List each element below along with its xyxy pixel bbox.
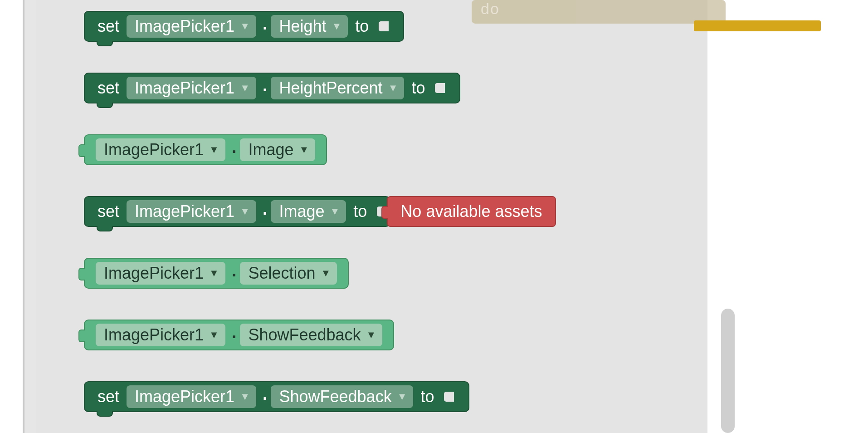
- blocks-workspace[interactable]: do set ImagePicker1 ▼ . Height ▼ to set …: [36, 0, 707, 433]
- get-selection-block[interactable]: ImagePicker1 ▼ . Selection ▼: [84, 258, 349, 289]
- chevron-down-icon: ▼: [388, 83, 398, 93]
- property-dropdown-label: ShowFeedback: [279, 387, 391, 406]
- set-keyword: set: [98, 17, 119, 36]
- set-image-block[interactable]: set ImagePicker1 ▼ . Image ▼ to: [84, 196, 390, 227]
- to-keyword: to: [420, 387, 434, 406]
- no-assets-label: No available assets: [400, 202, 542, 221]
- property-dropdown-label: HeightPercent: [279, 78, 382, 98]
- component-dropdown-label: ImagePicker1: [104, 140, 204, 159]
- dot-separator: .: [232, 261, 237, 280]
- set-keyword: set: [98, 202, 119, 221]
- chevron-down-icon: ▼: [240, 83, 250, 93]
- component-dropdown-label: ImagePicker1: [135, 387, 234, 406]
- property-dropdown-label: Image: [279, 202, 324, 221]
- component-dropdown-label: ImagePicker1: [104, 263, 204, 283]
- chevron-down-icon: ▼: [397, 392, 407, 402]
- set-heightpercent-block[interactable]: set ImagePicker1 ▼ . HeightPercent ▼ to: [84, 73, 460, 103]
- component-dropdown[interactable]: ImagePicker1 ▼: [96, 262, 225, 285]
- left-gutter: [0, 0, 23, 433]
- property-dropdown-label: Height: [279, 16, 326, 36]
- workspace-left-edge: [23, 0, 36, 433]
- component-dropdown[interactable]: ImagePicker1 ▼: [127, 15, 256, 38]
- value-socket[interactable]: [378, 204, 381, 219]
- property-dropdown-label: Image: [248, 140, 293, 159]
- gold-highlight-bar: [694, 20, 821, 31]
- chevron-down-icon: ▼: [299, 145, 309, 155]
- chevron-down-icon: ▼: [209, 330, 219, 340]
- component-dropdown-label: ImagePicker1: [135, 78, 234, 98]
- chevron-down-icon: ▼: [321, 268, 331, 278]
- chevron-down-icon: ▼: [366, 330, 376, 340]
- dot-separator: .: [263, 384, 268, 404]
- chevron-down-icon: ▼: [330, 207, 340, 216]
- get-image-block[interactable]: ImagePicker1 ▼ . Image ▼: [84, 134, 327, 165]
- dot-separator: .: [232, 138, 237, 157]
- property-dropdown-heightpercent[interactable]: HeightPercent ▼: [271, 77, 404, 99]
- vertical-scrollbar-thumb[interactable]: [721, 309, 735, 433]
- property-dropdown-label: Selection: [248, 263, 315, 283]
- component-dropdown[interactable]: ImagePicker1 ▼: [127, 200, 256, 223]
- component-dropdown[interactable]: ImagePicker1 ▼: [127, 77, 256, 99]
- property-dropdown-selection[interactable]: Selection ▼: [240, 262, 337, 285]
- set-showfeedback-block[interactable]: set ImagePicker1 ▼ . ShowFeedback ▼ to: [84, 381, 469, 412]
- chevron-down-icon: ▼: [240, 21, 250, 31]
- component-dropdown-label: ImagePicker1: [135, 202, 234, 221]
- dot-separator: .: [263, 14, 268, 34]
- chevron-down-icon: ▼: [240, 392, 250, 402]
- property-dropdown-showfeedback[interactable]: ShowFeedback ▼: [240, 324, 382, 346]
- chevron-down-icon: ▼: [209, 268, 219, 278]
- value-socket[interactable]: [436, 80, 451, 96]
- dot-separator: .: [263, 199, 268, 219]
- value-socket[interactable]: [445, 389, 460, 404]
- chevron-down-icon: ▼: [209, 145, 219, 155]
- to-keyword: to: [355, 17, 369, 36]
- set-keyword: set: [98, 387, 119, 406]
- get-showfeedback-block[interactable]: ImagePicker1 ▼ . ShowFeedback ▼: [84, 320, 394, 350]
- component-dropdown[interactable]: ImagePicker1 ▼: [96, 138, 225, 161]
- no-assets-value-block[interactable]: No available assets: [387, 196, 556, 227]
- property-dropdown-height[interactable]: Height ▼: [271, 15, 348, 38]
- dot-separator: .: [263, 76, 268, 95]
- component-dropdown-label: ImagePicker1: [135, 16, 234, 36]
- component-dropdown[interactable]: ImagePicker1 ▼: [127, 385, 256, 408]
- dot-separator: .: [232, 323, 237, 342]
- set-keyword: set: [98, 79, 119, 98]
- ghost-event-block[interactable]: do: [472, 0, 726, 24]
- chevron-down-icon: ▼: [240, 207, 250, 216]
- property-dropdown-showfeedback[interactable]: ShowFeedback ▼: [271, 385, 413, 408]
- property-dropdown-image[interactable]: Image ▼: [271, 200, 346, 223]
- set-height-block[interactable]: set ImagePicker1 ▼ . Height ▼ to: [84, 11, 404, 42]
- value-socket[interactable]: [380, 19, 395, 34]
- chevron-down-icon: ▼: [332, 21, 342, 31]
- to-keyword: to: [411, 79, 425, 98]
- component-dropdown-label: ImagePicker1: [104, 325, 204, 344]
- component-dropdown[interactable]: ImagePicker1 ▼: [96, 324, 225, 346]
- ghost-do-label: do: [481, 1, 500, 16]
- to-keyword: to: [353, 202, 367, 221]
- property-dropdown-image[interactable]: Image ▼: [240, 138, 315, 161]
- property-dropdown-label: ShowFeedback: [248, 325, 361, 344]
